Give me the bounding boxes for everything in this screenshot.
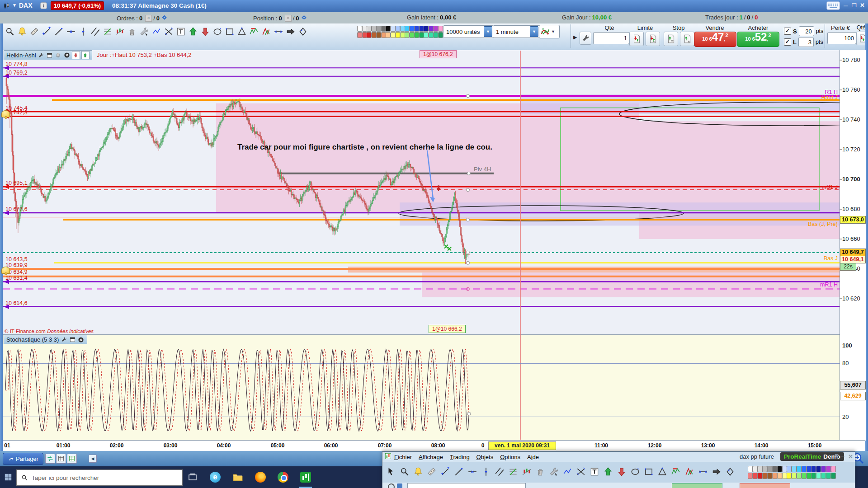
color-swatch[interactable] <box>386 32 391 38</box>
alarm-bell-icon[interactable] <box>1 110 10 117</box>
elliott-icon[interactable] <box>670 466 682 478</box>
color-swatch[interactable] <box>826 466 831 472</box>
text-icon[interactable] <box>589 466 600 478</box>
color-swatch[interactable] <box>372 26 377 32</box>
stoch-window-icon[interactable] <box>69 336 76 343</box>
start-button[interactable] <box>2 471 14 483</box>
color-swatch[interactable] <box>438 32 443 38</box>
partial-red-button[interactable] <box>740 483 790 488</box>
ruler-icon[interactable] <box>28 25 41 38</box>
menu-options[interactable]: Options <box>500 454 520 460</box>
limite-sell-order-button[interactable] <box>629 32 644 46</box>
color-swatch[interactable] <box>821 473 826 479</box>
color-swatch[interactable] <box>429 26 434 32</box>
color-swatch[interactable] <box>362 26 367 32</box>
color-swatch[interactable] <box>400 26 405 32</box>
color-swatch[interactable] <box>438 26 443 32</box>
task-view-icon[interactable] <box>186 471 199 483</box>
position-close-icon[interactable]: ✕ <box>285 15 292 22</box>
color-swatch[interactable] <box>811 473 816 479</box>
ordres-gear-icon[interactable] <box>161 14 168 22</box>
file-explorer-icon[interactable] <box>231 471 244 483</box>
color-swatch[interactable] <box>762 473 767 479</box>
arrow-up-icon[interactable] <box>602 466 614 478</box>
stop-pts-input[interactable] <box>799 26 814 36</box>
text-icon[interactable] <box>175 25 187 38</box>
color-swatch[interactable] <box>748 466 753 472</box>
color-swatch[interactable] <box>758 466 763 472</box>
qty-input[interactable] <box>593 32 629 44</box>
color-swatch[interactable] <box>362 32 367 38</box>
color-swatch[interactable] <box>410 32 415 38</box>
trend-icon[interactable] <box>521 466 533 478</box>
color-swatch[interactable] <box>762 466 767 472</box>
ordres-cancel-icon[interactable]: ✕ <box>145 15 152 22</box>
color-swatch[interactable] <box>777 473 782 479</box>
rhombus-icon[interactable] <box>297 25 309 38</box>
color-swatch[interactable] <box>376 26 381 32</box>
scroll-left-button[interactable]: ◀ <box>89 455 97 463</box>
color-swatch[interactable] <box>831 473 836 479</box>
ruler-icon[interactable] <box>426 466 438 478</box>
color-swatch[interactable] <box>767 473 772 479</box>
menu-fichier[interactable]: Fichier <box>394 454 412 460</box>
bell-icon[interactable] <box>412 466 424 478</box>
arrow-right-icon[interactable] <box>284 25 297 38</box>
indicator-alert-bell-icon[interactable] <box>55 52 62 59</box>
menu-trading[interactable]: Trading <box>450 454 470 460</box>
trading-app-icon[interactable] <box>299 471 312 483</box>
color-swatch[interactable] <box>792 466 797 472</box>
line-icon[interactable] <box>453 466 465 478</box>
pending-order-badge-top[interactable]: 1@10 676,2 <box>420 50 457 58</box>
menu-objets[interactable]: Objets <box>476 454 494 460</box>
line-icon[interactable] <box>52 25 65 38</box>
color-swatch[interactable] <box>753 466 758 472</box>
color-swatch[interactable] <box>405 26 410 32</box>
triangle-icon[interactable] <box>236 25 248 38</box>
color-swatch[interactable] <box>787 473 792 479</box>
ellipse-icon[interactable] <box>211 25 224 38</box>
color-swatch[interactable] <box>357 26 362 32</box>
rectangle-icon[interactable] <box>223 25 236 38</box>
color-swatch[interactable] <box>821 466 826 472</box>
perte-input[interactable] <box>827 32 856 44</box>
menu-affichage[interactable]: Affichage <box>419 454 443 460</box>
color-swatch[interactable] <box>367 32 372 38</box>
trash-icon[interactable] <box>534 466 546 478</box>
segment-icon[interactable] <box>40 25 53 38</box>
info-icon[interactable] <box>40 2 47 11</box>
timeframe-select[interactable]: 1 minute ▼ <box>493 25 540 38</box>
bell-icon[interactable] <box>16 25 28 38</box>
indicator-window-icon[interactable] <box>46 52 53 59</box>
timeframe-dropdown-arrow-icon[interactable]: ▼ <box>530 26 538 37</box>
extend-icon[interactable] <box>272 25 285 38</box>
color-swatch[interactable] <box>419 26 424 32</box>
extend-icon[interactable] <box>697 466 709 478</box>
color-swatch[interactable] <box>400 32 405 38</box>
chrome-browser-icon[interactable] <box>277 471 289 483</box>
color-swatch[interactable] <box>381 26 386 32</box>
color-swatch[interactable] <box>797 466 802 472</box>
color-swatch[interactable] <box>748 473 753 479</box>
instrument-search-input[interactable] <box>407 483 526 488</box>
units-dropdown-arrow-icon[interactable]: ▼ <box>484 26 492 37</box>
trade-settings-wrench-button[interactable] <box>580 32 591 45</box>
color-swatch[interactable] <box>391 32 396 38</box>
pending-order-badge-bottom[interactable]: 1@10 666,2 <box>429 325 466 333</box>
stoch-settings-wrench-icon[interactable] <box>60 336 67 343</box>
taskbar-search-box[interactable]: Taper ici pour rechercher <box>16 469 183 486</box>
color-swatch[interactable] <box>414 26 419 32</box>
stochastique-tab[interactable]: Stochastique (5 3 3) <box>4 335 87 344</box>
color-swatch[interactable] <box>414 32 419 38</box>
tools-icon[interactable] <box>548 466 560 478</box>
color-swatch[interactable] <box>816 466 821 472</box>
limite-buy-order-button[interactable] <box>646 32 660 46</box>
pointer-icon[interactable] <box>385 466 397 478</box>
stop-buy-order-button[interactable] <box>680 32 694 46</box>
edge-browser-icon[interactable]: e <box>209 471 222 483</box>
arrow-down-icon[interactable] <box>199 25 212 38</box>
color-swatch[interactable] <box>433 32 438 38</box>
restore-button[interactable]: ❐ <box>852 2 857 9</box>
bookmark-icon[interactable] <box>397 483 402 488</box>
rhombus-icon[interactable] <box>724 466 736 478</box>
